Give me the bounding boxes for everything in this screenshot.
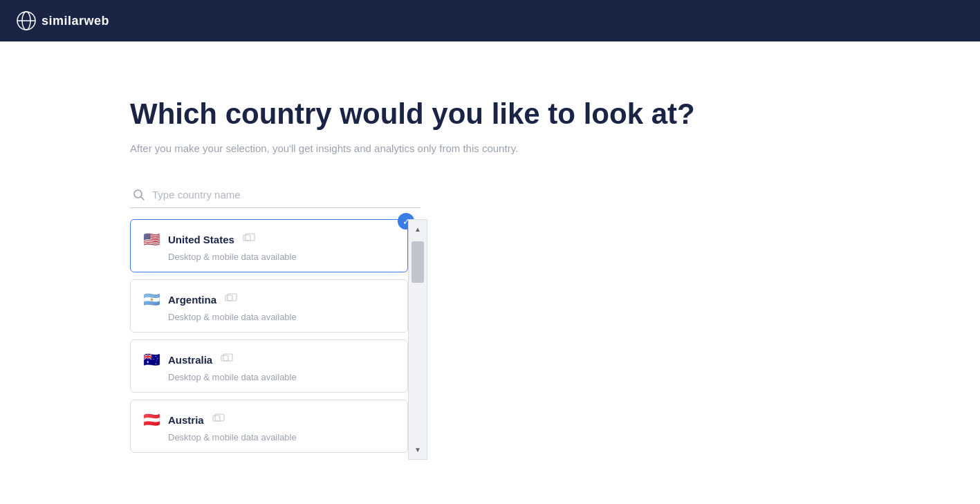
country-flag-us: 🇺🇸 xyxy=(142,230,161,249)
copy-icon-at xyxy=(212,413,225,427)
svg-line-4 xyxy=(141,197,145,200)
copy-icon-us xyxy=(243,233,255,246)
country-item-at[interactable]: 🇦🇹Austria Desktop & mobile data availabl… xyxy=(130,400,408,453)
scroll-up-icon: ▲ xyxy=(414,225,421,233)
country-list-container: ▲ ▼ 🇺🇸United States Desktop & mobile dat… xyxy=(130,219,427,460)
scroll-down-button[interactable]: ▼ xyxy=(408,440,427,460)
country-name-ar: Argentina xyxy=(168,294,216,306)
svg-rect-11 xyxy=(213,416,220,421)
similarweb-logo-icon xyxy=(17,11,36,30)
scroll-up-button[interactable]: ▲ xyxy=(408,219,427,239)
country-item-header-au: 🇦🇺Australia xyxy=(142,350,396,369)
country-data-label-at: Desktop & mobile data available xyxy=(168,432,396,442)
country-item-header-us: 🇺🇸United States xyxy=(142,230,396,249)
country-flag-ar: 🇦🇷 xyxy=(142,290,161,309)
country-item-header-at: 🇦🇹Austria xyxy=(142,410,396,429)
country-name-au: Australia xyxy=(168,354,212,366)
country-name-us: United States xyxy=(168,234,234,245)
country-data-label-us: Desktop & mobile data available xyxy=(168,252,396,262)
logo-container: similarweb xyxy=(17,11,109,30)
country-list: 🇺🇸United States Desktop & mobile data av… xyxy=(130,219,408,460)
scroll-down-icon: ▼ xyxy=(414,446,421,454)
copy-icon-au xyxy=(221,353,233,366)
search-input[interactable] xyxy=(130,182,420,208)
scrollbar-thumb[interactable] xyxy=(412,241,424,283)
country-item-us[interactable]: 🇺🇸United States Desktop & mobile data av… xyxy=(130,219,408,272)
svg-rect-7 xyxy=(225,295,232,301)
country-name-at: Austria xyxy=(168,414,204,426)
main-content: Which country would you like to look at?… xyxy=(0,41,980,460)
header: similarweb xyxy=(0,0,980,41)
country-flag-at: 🇦🇹 xyxy=(142,410,161,429)
svg-rect-9 xyxy=(221,355,228,361)
search-icon xyxy=(133,189,145,201)
country-item-au[interactable]: 🇦🇺Australia Desktop & mobile data availa… xyxy=(130,339,408,393)
logo-text: similarweb xyxy=(41,14,109,28)
scrollbar-track[interactable] xyxy=(408,239,427,440)
country-data-label-au: Desktop & mobile data available xyxy=(168,372,396,382)
country-item-ar[interactable]: 🇦🇷Argentina Desktop & mobile data availa… xyxy=(130,279,408,333)
country-flag-au: 🇦🇺 xyxy=(142,350,161,369)
search-container xyxy=(130,182,420,208)
copy-icon-ar xyxy=(225,293,237,306)
country-item-header-ar: 🇦🇷Argentina xyxy=(142,290,396,309)
svg-rect-5 xyxy=(243,235,250,241)
page-title: Which country would you like to look at? xyxy=(130,97,980,131)
page-subtitle: After you make your selection, you'll ge… xyxy=(130,142,980,154)
country-data-label-ar: Desktop & mobile data available xyxy=(168,312,396,322)
